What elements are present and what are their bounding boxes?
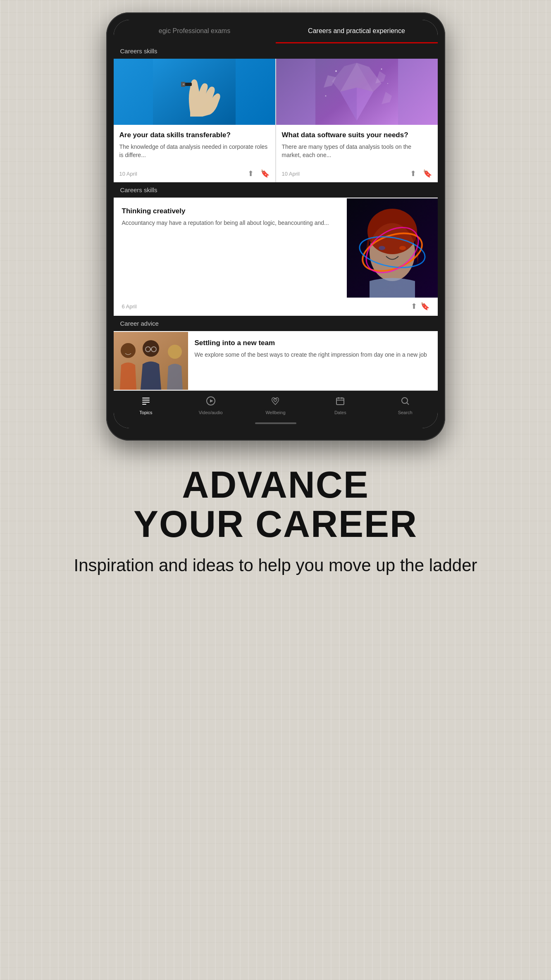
card-settling-team[interactable]: Settling into a new team We explore some…: [114, 332, 438, 390]
svg-point-14: [335, 70, 337, 72]
card-horizontal-content: Settling into a new team We explore some…: [188, 332, 438, 390]
svg-rect-34: [142, 400, 150, 401]
svg-line-44: [407, 403, 409, 405]
search-icon: [400, 396, 410, 408]
card-data-skills[interactable]: Are your data skills transferable? The k…: [114, 59, 275, 182]
card-wide-image: [347, 198, 438, 298]
card-title-1: Are your data skills transferable?: [119, 131, 270, 140]
tab-careers[interactable]: Careers and practical experience: [276, 20, 438, 43]
svg-rect-35: [142, 402, 150, 403]
card-wide-excerpt: Accountancy may have a reputation for be…: [122, 219, 339, 227]
svg-point-43: [402, 398, 408, 403]
card-excerpt-1: The knowledge of data analysis needed in…: [119, 143, 270, 159]
card-date-2: 10 April: [282, 171, 403, 177]
bookmark-icon-1[interactable]: 🔖: [260, 169, 270, 178]
card-horizontal-image: [114, 332, 188, 390]
bookmark-icon-2[interactable]: 🔖: [423, 169, 432, 178]
crystal-svg: [315, 59, 398, 125]
svg-point-27: [121, 343, 136, 358]
svg-rect-33: [142, 398, 150, 398]
nav-topics[interactable]: Topics: [114, 396, 179, 415]
card-wide-date: 6 April: [122, 303, 408, 310]
cards-grid: Are your data skills transferable? The k…: [114, 59, 438, 182]
card-content-1: Are your data skills transferable? The k…: [114, 125, 275, 165]
category-header-1: Careers skills: [114, 43, 438, 59]
wellbeing-icon: [270, 396, 280, 408]
svg-point-17: [325, 95, 327, 97]
top-nav: egic Professional exams Careers and prac…: [114, 20, 438, 43]
tagline-line1: ADVANCE: [74, 465, 477, 505]
tagline-line2: YOUR CAREER: [74, 505, 477, 544]
hand-usb-svg: [153, 59, 236, 125]
card-horizontal-excerpt: We explore some of the best ways to crea…: [195, 351, 431, 359]
people-svg: [114, 332, 188, 390]
svg-point-16: [387, 83, 388, 84]
bottom-nav: Topics Video/audio Wellbeing: [114, 391, 438, 418]
svg-point-25: [399, 246, 406, 250]
svg-point-29: [168, 345, 182, 359]
nav-video[interactable]: Video/audio: [178, 396, 243, 415]
card-data-software[interactable]: What data software suits your needs? The…: [276, 59, 438, 182]
neon-face-svg: [347, 198, 438, 298]
nav-video-label: Video/audio: [199, 410, 223, 415]
card-image-purple: [276, 59, 438, 125]
nav-dates-label: Dates: [334, 410, 346, 415]
share-icon-2[interactable]: ⬆: [410, 169, 416, 178]
card-content-2: What data software suits your needs? The…: [276, 125, 438, 165]
svg-point-24: [379, 246, 385, 250]
card-title-2: What data software suits your needs?: [282, 131, 432, 140]
svg-rect-3: [183, 83, 184, 85]
nav-topics-label: Topics: [139, 410, 152, 415]
dates-icon: [335, 396, 345, 408]
svg-point-15: [381, 69, 382, 70]
card-thinking-creatively[interactable]: Thinking creatively Accountancy may have…: [114, 198, 438, 315]
share-icon-1[interactable]: ⬆: [248, 169, 254, 178]
nav-search[interactable]: Search: [373, 396, 438, 415]
card-horizontal-title: Settling into a new team: [195, 339, 431, 348]
nav-search-label: Search: [398, 410, 413, 415]
nav-dates[interactable]: Dates: [308, 396, 373, 415]
tab-professional-exams[interactable]: egic Professional exams: [114, 20, 276, 43]
svg-rect-39: [336, 398, 344, 405]
card-footer-2: 10 April ⬆ 🔖: [276, 165, 438, 182]
home-bar: [255, 422, 296, 424]
nav-wellbeing-label: Wellbeing: [265, 410, 285, 415]
card-excerpt-2: There are many types of data analysis to…: [282, 143, 432, 159]
tagline-section: ADVANCE YOUR CAREER Inspiration and idea…: [41, 465, 510, 603]
share-icon-wide[interactable]: ⬆: [411, 302, 417, 311]
card-wide-footer: 6 April ⬆ 🔖: [114, 298, 438, 315]
card-wide-title: Thinking creatively: [122, 207, 339, 216]
card-wide-content: Thinking creatively Accountancy may have…: [114, 198, 347, 298]
nav-wellbeing[interactable]: Wellbeing: [243, 396, 308, 415]
svg-point-28: [143, 340, 159, 357]
card-image-blue: [114, 59, 275, 125]
svg-point-20: [367, 209, 417, 254]
video-icon: [206, 396, 216, 408]
card-date-1: 10 April: [119, 171, 241, 177]
card-footer-1: 10 April ⬆ 🔖: [114, 165, 275, 182]
home-indicator: [114, 418, 438, 428]
tagline-subtitle: Inspiration and ideas to help you move u…: [74, 553, 477, 578]
topics-icon: [141, 396, 151, 408]
category-header-2: Careers skills: [114, 182, 438, 198]
category-header-3: Career advice: [114, 316, 438, 331]
bookmark-icon-wide[interactable]: 🔖: [420, 302, 429, 311]
svg-marker-38: [210, 399, 213, 403]
svg-rect-36: [142, 404, 146, 405]
